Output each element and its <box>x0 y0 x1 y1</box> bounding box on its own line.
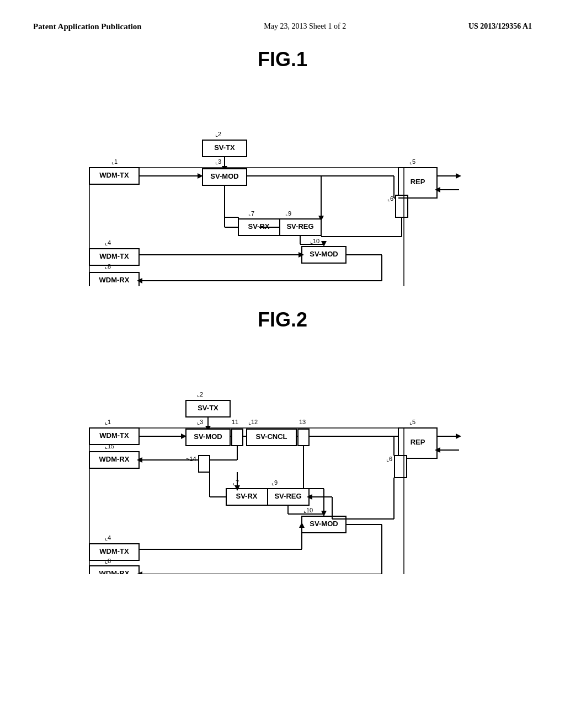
svg-rect-62 <box>395 456 407 478</box>
label-10: ⌞10 <box>310 238 319 244</box>
f2-wdm-tx2-box: WDM-TX <box>99 547 129 555</box>
fig2-diagram: ⌞1 WDM-TX ⌞2 SV-TX ⌞3 SV-MOD 11 ⌞12 <box>33 342 532 574</box>
f2-label-7: ⌞7 <box>233 479 239 486</box>
label-6: ⌞6 <box>387 195 393 202</box>
f2-wdm-rx1-box: WDM-RX <box>99 455 130 463</box>
f2-sv-tx-box: SV-TX <box>198 404 218 412</box>
label-1: ⌞1 <box>111 158 118 165</box>
label-9: ⌞9 <box>285 210 291 217</box>
label-4: ⌞4 <box>105 239 111 246</box>
f2-sv-cncl-box: SV-CNCL <box>255 432 287 441</box>
header-center: May 23, 2013 Sheet 1 of 2 <box>264 22 346 31</box>
sv-mod2-box: SV-MOD <box>310 250 338 258</box>
f2-sv-mod2-box: SV-MOD <box>310 520 338 528</box>
page: Patent Application Publication May 23, 2… <box>0 0 565 728</box>
f2-label-2: ⌞2 <box>197 391 203 398</box>
header-left: Patent Application Publication <box>33 22 142 31</box>
fig1-title: FIG.1 <box>33 48 532 71</box>
label-5: ⌞5 <box>409 158 415 165</box>
sv-rx-box: SV-RX <box>248 222 269 231</box>
f2-label-8: ⌞8 <box>105 558 111 564</box>
rep-box: REP <box>411 178 425 186</box>
svg-rect-50 <box>232 429 243 446</box>
f2-sv-mod1-box: SV-MOD <box>194 432 222 441</box>
f2-label-13: 13 <box>299 419 306 425</box>
svg-marker-9 <box>456 173 461 179</box>
f2-label-11: 11 <box>232 419 238 425</box>
sv-reg-box: SV-REG <box>286 222 313 231</box>
svg-rect-54 <box>298 429 309 446</box>
f2-label-9: ⌞9 <box>271 479 278 486</box>
header-right: US 2013/129356 A1 <box>468 22 532 31</box>
f2-label-12: ⌞12 <box>248 419 258 425</box>
wdm-rx-box: WDM-RX <box>99 276 130 284</box>
sv-mod1-box: SV-MOD <box>210 172 238 180</box>
f2-sv-reg-box: SV-REG <box>274 492 301 500</box>
wdm-tx2-box: WDM-TX <box>99 252 129 260</box>
fig2-title: FIG.2 <box>33 308 532 331</box>
page-header: Patent Application Publication May 23, 2… <box>33 22 532 31</box>
f2-label-14: ~14 <box>186 456 196 462</box>
f2-label-6: ⌞6 <box>386 456 392 462</box>
f2-rep-box: REP <box>411 438 425 446</box>
f2-label-10: ⌞10 <box>303 507 313 513</box>
f2-label-15: ⌞15 <box>105 443 114 449</box>
f2-label-4: ⌞4 <box>105 534 111 541</box>
svg-marker-59 <box>456 433 461 439</box>
label-2: ⌞2 <box>215 131 221 137</box>
f2-wdm-rx2-box: WDM-RX <box>99 569 130 574</box>
label-7: ⌞7 <box>248 210 254 217</box>
wdm-tx1-box: WDM-TX <box>99 171 129 179</box>
label-3: ⌞3 <box>215 158 221 165</box>
f2-wdm-tx1-box: WDM-TX <box>99 431 129 440</box>
f2-label-3: ⌞3 <box>197 419 203 425</box>
f2-label-5: ⌞5 <box>409 419 415 425</box>
f2-sv-rx-box: SV-RX <box>236 492 257 500</box>
fig1-diagram: ⌞1 WDM-TX ⌞2 SV-TX ⌞3 SV-MOD ⌞5 REP <box>33 82 532 286</box>
svg-rect-66 <box>199 456 210 472</box>
f2-label-1: ⌞1 <box>105 419 111 425</box>
sv-tx-box: SV-TX <box>214 143 235 152</box>
label-8: ⌞8 <box>105 263 111 270</box>
